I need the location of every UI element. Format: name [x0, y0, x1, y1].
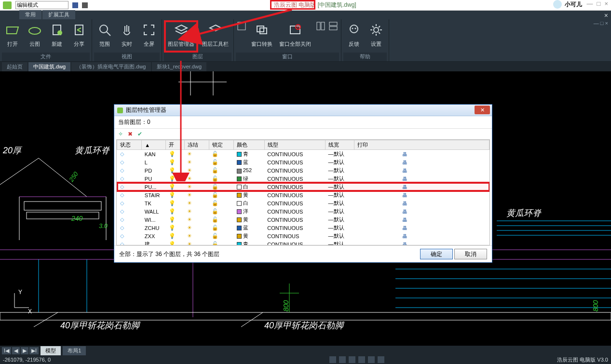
table-row[interactable]: ◇TK💡☀🔓白CONTINUOUS—默认🖶 — [117, 199, 489, 207]
user-name: 小可儿 — [565, 0, 582, 9]
set-current-icon[interactable]: ✔ — [137, 131, 142, 137]
table-row[interactable]: ◇STAIR💡☀🔓黄CONTINUOUS—默认🖶 — [117, 191, 489, 199]
tile1-button[interactable] — [315, 20, 326, 53]
tab-next[interactable]: ▶ — [21, 347, 28, 354]
layer-table-container[interactable]: 状态 ▲ 开 冻结 锁定 颜色 线型 线宽 打印 ◇KAN💡☀🔓青CONTINU… — [116, 139, 490, 245]
table-row[interactable]: ◇KAN💡☀🔓青CONTINUOUS—默认🖶 — [117, 150, 489, 159]
qa-dropdown-2[interactable] — [82, 2, 88, 8]
model-tab[interactable]: 模型 — [41, 346, 61, 355]
delete-layer-icon[interactable]: ✖ — [128, 131, 133, 137]
ribbon-tab-common[interactable]: 常用 — [19, 10, 41, 19]
cancel-button[interactable]: 取消 — [454, 249, 487, 259]
tile2-icon — [328, 21, 338, 31]
col-print[interactable]: 打印 — [354, 140, 489, 150]
ok-button[interactable]: 确定 — [420, 249, 453, 259]
col-lock[interactable]: 锁定 — [209, 140, 233, 150]
mode-dropdown[interactable] — [15, 1, 68, 9]
tab-file-2[interactable]: （装饰）插座电气平面图.dwg — [71, 62, 150, 71]
dialog-tools: ✧ ✖ ✔ — [114, 129, 492, 139]
dialog-close-button[interactable]: ✕ — [475, 106, 490, 114]
layer-manager-dialog: 图层特性管理器 ✕ 当前图层：0 ✧ ✖ ✔ 状态 ▲ 开 冻结 锁定 颜色 线… — [114, 104, 492, 263]
share-button[interactable]: 分享 — [68, 20, 90, 53]
table-row[interactable]: ◇WI...💡☀🔓黄CONTINUOUS—默认🖶 — [117, 216, 489, 224]
svg-text:黄瓜环脊: 黄瓜环脊 — [506, 208, 542, 218]
osnap-toggle[interactable] — [368, 356, 375, 363]
new-layer-icon[interactable]: ✧ — [118, 131, 123, 137]
svg-rect-14 — [321, 22, 325, 30]
tile2-button[interactable] — [327, 20, 339, 53]
ribbon-minimize[interactable]: — □ × — [594, 20, 608, 26]
tab-file-3[interactable]: 新块1_recover.dwg — [152, 62, 207, 71]
open-button[interactable]: 打开 — [2, 20, 23, 53]
user-avatar-icon — [553, 0, 562, 9]
ribbon-group-file: 打开 云图 新建 分享 文件 — [0, 19, 92, 61]
svg-rect-29 — [24, 202, 101, 210]
win-switch-button[interactable]: 窗口转换 — [248, 20, 275, 53]
ribbon-tabs: 常用 扩展工具 × — [0, 11, 611, 19]
svg-rect-13 — [317, 22, 320, 30]
svg-text:250: 250 — [68, 170, 80, 184]
table-row[interactable]: ◇PU💡☀🔓绿CONTINUOUS—默认🖶 — [117, 175, 489, 183]
win-closeall-button[interactable]: 窗口全部关闭 — [276, 20, 314, 53]
tab-prev[interactable]: ◀ — [12, 347, 20, 354]
col-on[interactable]: 开 — [166, 140, 184, 150]
col-color[interactable]: 颜色 — [234, 140, 265, 150]
table-row[interactable]: ◇L💡☀🔓蓝CONTINUOUS—默认🖶 — [117, 158, 489, 166]
layout1-tab[interactable]: 布局1 — [63, 346, 86, 355]
table-row[interactable]: ◇PD💡☀🔓252CONTINUOUS—默认🖶 — [117, 166, 489, 175]
col-lweight[interactable]: 线宽 — [326, 140, 354, 150]
maximize-button[interactable]: □ — [597, 0, 601, 7]
win-misc-button[interactable] — [236, 20, 247, 53]
settings-button[interactable]: 设置 — [366, 20, 387, 53]
document-tabs: 起始页 中国建筑.dwg （装饰）插座电气平面图.dwg 新块1_recover… — [0, 62, 611, 71]
qa-dropdown-1[interactable] — [72, 2, 78, 8]
new-button[interactable]: 新建 — [46, 20, 68, 53]
col-name[interactable]: ▲ — [142, 140, 166, 150]
table-row[interactable]: ◇建...💡☀🔓青CONTINUOUS—默认🖶 — [117, 240, 489, 245]
user-area[interactable]: 小可儿 — [553, 0, 582, 9]
layer-manager-button[interactable]: 图层管理器 — [164, 20, 198, 53]
version-text: 浩辰云图 电脑版 V3.0 — [557, 356, 608, 364]
tab-last[interactable]: ▶I — [29, 347, 39, 354]
polar-toggle[interactable] — [358, 356, 365, 363]
ribbon-group-view: 范围 实时 全屏 视图 — [92, 19, 162, 61]
feedback-button[interactable]: 反馈 — [343, 20, 365, 53]
minimize-button[interactable]: — — [587, 0, 593, 7]
svg-text:20厚: 20厚 — [2, 146, 23, 155]
doc-close-button[interactable]: × — [604, 12, 608, 19]
zoom-extents-icon — [97, 22, 112, 38]
group-label-window: 窗口 — [236, 53, 339, 61]
svg-line-25 — [39, 158, 87, 197]
table-row[interactable]: ◇WALL💡☀🔓洋CONTINUOUS—默认🖶 — [117, 207, 489, 216]
fullscreen-button[interactable]: 全屏 — [138, 20, 160, 53]
ribbon-tab-extend[interactable]: 扩展工具 — [42, 10, 75, 19]
layer-toolbar-button[interactable]: 图层工具栏 — [199, 20, 231, 53]
col-status[interactable]: 状态 — [117, 140, 142, 150]
svg-text:40厚甲斩花岗石勒脚: 40厚甲斩花岗石勒脚 — [60, 321, 141, 330]
snap-toggle[interactable] — [329, 356, 336, 363]
zoom-extents-button[interactable]: 范围 — [94, 20, 115, 53]
svg-text:黄瓜环脊: 黄瓜环脊 — [75, 146, 110, 155]
col-freeze[interactable]: 冻结 — [184, 140, 209, 150]
table-row[interactable]: ◇PU...💡☀🔓白CONTINUOUS—默认🖶 — [117, 183, 489, 191]
lwt-toggle[interactable] — [378, 356, 384, 363]
svg-point-19 — [355, 28, 356, 29]
col-ltype[interactable]: 线型 — [264, 140, 325, 150]
tab-file-1[interactable]: 中国建筑.dwg — [28, 62, 70, 71]
svg-text:240: 240 — [71, 215, 83, 222]
tab-first[interactable]: I◀ — [2, 347, 11, 354]
status-bar: -261079, -219576, 0 浩辰云图 电脑版 V3.0 — [0, 355, 611, 364]
grid-toggle[interactable] — [339, 356, 346, 363]
svg-rect-30 — [27, 212, 99, 219]
pan-icon — [119, 22, 135, 38]
model-layout-tabs: I◀ ◀ ▶ ▶I 模型 布局1 — [0, 346, 611, 355]
tile1-icon — [316, 21, 326, 31]
ortho-toggle[interactable] — [349, 356, 355, 363]
cloud-button[interactable]: 云图 — [24, 20, 45, 53]
table-row[interactable]: ◇ZXX💡☀🔓黄CONTINOUS—默认🖶 — [117, 232, 489, 240]
pan-button[interactable]: 实时 — [116, 20, 137, 53]
dialog-titlebar[interactable]: 图层特性管理器 ✕ — [114, 105, 492, 116]
close-button[interactable]: × — [604, 0, 608, 7]
tab-start[interactable]: 起始页 — [2, 62, 27, 71]
table-row[interactable]: ◇ZCHU💡☀🔓蓝CONTINUOUS—默认🖶 — [117, 224, 489, 232]
